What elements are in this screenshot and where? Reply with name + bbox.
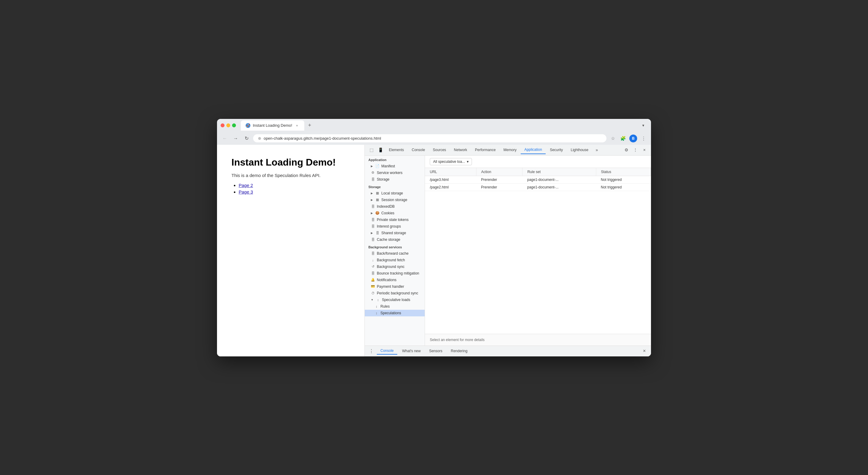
- address-input[interactable]: ⊕ open-chalk-asparagus.glitch.me/page1-d…: [253, 134, 607, 142]
- sidebar-item-payment-handler[interactable]: 💳 Payment handler: [365, 283, 425, 290]
- sidebar-item-service-workers[interactable]: ⚙ Service workers: [365, 170, 425, 176]
- cell-status: Not triggered: [596, 183, 651, 191]
- traffic-lights: [221, 123, 236, 127]
- sidebar-item-cookies[interactable]: ▶ 🍪 Cookies: [365, 210, 425, 216]
- cell-status: Not triggered: [596, 176, 651, 183]
- session-storage-label: Session storage: [381, 198, 407, 202]
- tab-security[interactable]: Security: [546, 146, 566, 154]
- cache-storage-label: Cache storage: [377, 237, 400, 242]
- bottom-tab-sensors[interactable]: Sensors: [426, 348, 446, 354]
- close-traffic-light[interactable]: [221, 123, 224, 127]
- device-toggle-button[interactable]: 📱: [376, 146, 385, 154]
- sidebar-item-local-storage[interactable]: ▶ ▦ Local storage: [365, 190, 425, 197]
- sidebar-item-speculations[interactable]: ↕ Speculations: [365, 310, 425, 316]
- sidebar-item-manifest[interactable]: ▶ 📄 Manifest: [365, 163, 425, 170]
- bottom-tab-rendering[interactable]: Rendering: [447, 348, 471, 354]
- bottom-tab-whats-new[interactable]: What's new: [399, 348, 424, 354]
- tab-close-button[interactable]: ×: [294, 123, 300, 128]
- tab-console[interactable]: Console: [408, 146, 429, 154]
- new-tab-button[interactable]: +: [306, 121, 314, 130]
- window-more-button[interactable]: ▾: [639, 121, 647, 130]
- tab-network[interactable]: Network: [450, 146, 471, 154]
- session-storage-icon: ▦: [375, 198, 379, 202]
- sidebar-item-session-storage[interactable]: ▶ ▦ Session storage: [365, 197, 425, 203]
- service-workers-label: Service workers: [377, 171, 402, 175]
- indexeddb-label: IndexedDB: [377, 204, 395, 209]
- tab-application[interactable]: Application: [521, 146, 546, 154]
- bottom-menu-button[interactable]: ⋮: [367, 347, 376, 355]
- table: URL Action Rule set Status /page3.html P…: [425, 168, 651, 191]
- notifications-label: Notifications: [377, 278, 396, 282]
- rules-label: Rules: [380, 304, 390, 308]
- bottom-close-button[interactable]: ×: [640, 347, 649, 355]
- bottom-tab-console[interactable]: Console: [377, 347, 397, 355]
- sidebar-item-background-sync[interactable]: ↺ Background sync: [365, 263, 425, 270]
- sidebar-item-speculative-loads[interactable]: ▼ ↕ Speculative loads: [365, 297, 425, 303]
- expand-arrow: ▶: [371, 165, 373, 168]
- page-content: Instant Loading Demo! This is a demo of …: [217, 145, 365, 356]
- inspect-element-button[interactable]: ⬚: [367, 146, 376, 154]
- page3-link[interactable]: Page 3: [239, 189, 253, 195]
- sidebar-item-background-fetch[interactable]: ↓ Background fetch: [365, 257, 425, 263]
- col-status: Status: [596, 168, 651, 176]
- manifest-label: Manifest: [381, 164, 395, 168]
- window-controls: ▾: [639, 121, 647, 130]
- sidebar-item-cache-storage[interactable]: 🗄 Cache storage: [365, 236, 425, 243]
- devtools-more-button[interactable]: ⋮: [631, 146, 640, 154]
- tab-favicon: 🚀: [246, 123, 250, 128]
- fullscreen-traffic-light[interactable]: [232, 123, 236, 127]
- background-fetch-label: Background fetch: [377, 258, 405, 262]
- cell-url: /page2.html: [425, 183, 476, 191]
- devtools-panel: ⬚ 📱 Elements Console Sources Network Per…: [365, 145, 651, 356]
- sidebar-item-indexeddb[interactable]: 🗄 IndexedDB: [365, 203, 425, 210]
- tab-memory[interactable]: Memory: [500, 146, 520, 154]
- list-item: Page 2: [239, 183, 350, 188]
- table-row[interactable]: /page2.html Prerender page1-document-...…: [425, 183, 651, 191]
- devtools-settings-button[interactable]: ⚙: [622, 146, 630, 154]
- chevron-down-icon: ▾: [467, 159, 469, 164]
- minimize-traffic-light[interactable]: [226, 123, 230, 127]
- storage-icon: 🗄: [371, 177, 375, 181]
- reload-button[interactable]: ↻: [242, 134, 251, 143]
- tab-sources[interactable]: Sources: [429, 146, 450, 154]
- speculative-loads-icon: ↕: [376, 298, 380, 302]
- browser-window: 🚀 Instant Loading Demo! × + ▾ ← → ↻ ⊕ op…: [217, 119, 651, 356]
- page2-link[interactable]: Page 2: [239, 183, 253, 188]
- table-row[interactable]: /page3.html Prerender page1-document-...…: [425, 176, 651, 183]
- speculative-loads-label: Speculative loads: [382, 298, 410, 302]
- sidebar-item-back-forward-cache[interactable]: 🗄 Back/forward cache: [365, 250, 425, 257]
- sidebar-item-rules[interactable]: ↕ Rules: [365, 303, 425, 310]
- tab-lighthouse[interactable]: Lighthouse: [567, 146, 592, 154]
- details-text: Select an element for more details: [430, 338, 485, 342]
- all-speculative-dropdown[interactable]: All speculative loa... ▾: [430, 158, 472, 165]
- sidebar-item-interest-groups[interactable]: 🗄 Interest groups: [365, 223, 425, 230]
- extensions-icon[interactable]: 🧩: [619, 135, 627, 142]
- background-sync-icon: ↺: [371, 265, 375, 269]
- sidebar-item-private-state-tokens[interactable]: 🗄 Private state tokens: [365, 216, 425, 223]
- cookies-icon: 🍪: [375, 211, 379, 215]
- more-icon[interactable]: ⋮: [640, 135, 647, 142]
- sidebar-item-periodic-sync[interactable]: ⏱ Periodic background sync: [365, 290, 425, 297]
- account-icon[interactable]: B: [629, 135, 637, 142]
- sidebar-item-storage[interactable]: 🗄 Storage: [365, 176, 425, 183]
- tab-performance[interactable]: Performance: [471, 146, 499, 154]
- interest-groups-label: Interest groups: [377, 224, 401, 229]
- sidebar-item-shared-storage[interactable]: ▶ 🗄 Shared storage: [365, 230, 425, 236]
- sidebar-item-bounce-tracking[interactable]: 🗄 Bounce tracking mitigation: [365, 270, 425, 277]
- background-sync-label: Background sync: [377, 265, 404, 269]
- active-tab[interactable]: 🚀 Instant Loading Demo! ×: [241, 120, 304, 131]
- col-url: URL: [425, 168, 476, 176]
- background-services-header: Background services: [365, 243, 425, 250]
- cell-ruleset: page1-document-...: [523, 176, 596, 183]
- devtools-close-button[interactable]: ×: [640, 146, 649, 154]
- url-display: open-chalk-asparagus.glitch.me/page1-doc…: [264, 136, 381, 141]
- more-tabs-button[interactable]: »: [593, 146, 601, 154]
- back-button[interactable]: ←: [221, 134, 229, 143]
- devtools-body: Application ▶ 📄 Manifest ⚙ Service worke…: [365, 156, 651, 346]
- tab-elements[interactable]: Elements: [385, 146, 407, 154]
- page-links: Page 2 Page 3: [231, 183, 350, 195]
- sidebar-item-notifications[interactable]: 🔔 Notifications: [365, 277, 425, 283]
- forward-button[interactable]: →: [231, 134, 240, 143]
- bookmark-icon[interactable]: ☆: [609, 135, 617, 142]
- shared-storage-label: Shared storage: [381, 231, 406, 235]
